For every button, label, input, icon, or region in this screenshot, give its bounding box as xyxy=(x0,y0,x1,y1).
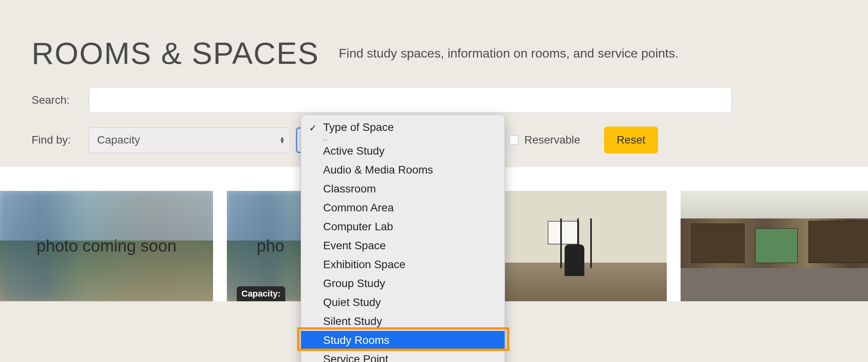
search-label: Search: xyxy=(32,94,89,106)
page-title: ROOMS & SPACES xyxy=(32,35,319,71)
dropdown-option-computer-lab[interactable]: Computer Lab xyxy=(301,217,505,236)
dropdown-option-exhibition-space[interactable]: Exhibition Space xyxy=(301,255,505,274)
room-card[interactable] xyxy=(681,191,868,301)
reset-button[interactable]: Reset xyxy=(604,127,658,153)
dropdown-separator: – xyxy=(323,138,483,140)
dropdown-option-quiet-study[interactable]: Quiet Study xyxy=(301,293,505,312)
findby-label: Find by: xyxy=(32,134,89,146)
dropdown-option-active-study[interactable]: Active Study xyxy=(301,142,505,160)
dropdown-option-service-point[interactable]: Service Point xyxy=(301,350,505,362)
dropdown-header[interactable]: ✓ Type of Space xyxy=(301,118,505,137)
type-of-space-dropdown[interactable]: ✓ Type of Space – Active Study Audio & M… xyxy=(301,114,505,362)
check-icon: ✓ xyxy=(309,120,317,136)
page-subtitle: Find study spaces, information on rooms,… xyxy=(339,46,679,61)
dropdown-option-audio-media[interactable]: Audio & Media Rooms xyxy=(301,160,505,179)
placeholder-text: photo coming soon xyxy=(37,237,177,256)
dropdown-option-study-rooms[interactable]: Study Rooms xyxy=(301,331,505,350)
room-card[interactable]: photo coming soon xyxy=(0,191,213,301)
dropdown-option-common-area[interactable]: Common Area xyxy=(301,198,505,217)
capacity-select-value: Capacity xyxy=(97,134,140,146)
dropdown-option-group-study[interactable]: Group Study xyxy=(301,274,505,293)
dropdown-option-silent-study[interactable]: Silent Study xyxy=(301,312,505,331)
search-input[interactable] xyxy=(89,87,732,113)
reservable-label: Reservable xyxy=(524,134,580,146)
dropdown-option-event-space[interactable]: Event Space xyxy=(301,236,505,255)
dropdown-option-classroom[interactable]: Classroom xyxy=(301,179,505,198)
placeholder-text: pho xyxy=(257,237,284,256)
reservable-checkbox[interactable] xyxy=(509,135,518,145)
stepper-icon xyxy=(279,136,285,144)
capacity-badge: Capacity: xyxy=(237,286,285,301)
capacity-select[interactable]: Capacity xyxy=(89,127,290,153)
